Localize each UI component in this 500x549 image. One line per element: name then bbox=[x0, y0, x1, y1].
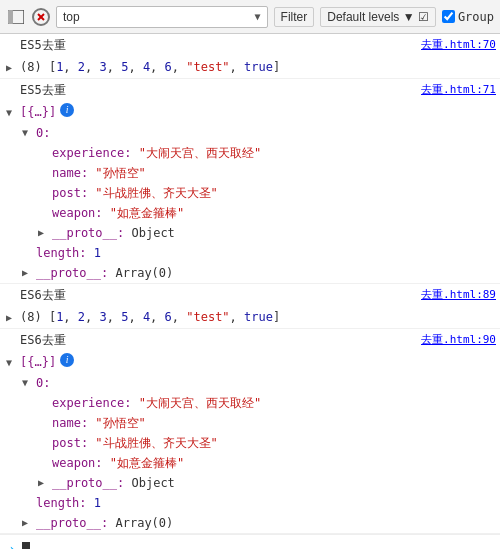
tree-key-4-length: length: bbox=[36, 494, 94, 512]
tree-arrow-4-0[interactable]: ▼ bbox=[22, 374, 28, 392]
console-content: ES5去重 去重.html:70 ▶ (8) [1, 2, 3, 5, 4, 6… bbox=[0, 34, 500, 549]
group-label: Group bbox=[458, 10, 494, 24]
log-source-1[interactable]: 去重.html:70 bbox=[411, 36, 496, 54]
tree-row-4-post[interactable]: post: "斗战胜佛、齐天大圣" bbox=[0, 433, 500, 453]
log-line-2-expanded[interactable]: ▼ [{…}] i bbox=[0, 101, 500, 123]
log-label-3: ES6去重 bbox=[20, 286, 66, 304]
prompt-line: › bbox=[0, 534, 500, 549]
levels-button[interactable]: Default levels ▼ ☑ bbox=[320, 7, 436, 27]
tree-val-4-length: 1 bbox=[94, 494, 101, 512]
tree-row-4-proto0[interactable]: ▶ __proto__: Object bbox=[0, 473, 500, 493]
tree-row-4-0[interactable]: ▼ 0: bbox=[0, 373, 500, 393]
tree-key-4-0: 0: bbox=[36, 374, 50, 392]
filter-button[interactable]: Filter bbox=[274, 7, 315, 27]
tree-row-2-post[interactable]: post: "斗战胜佛、齐天大圣" bbox=[0, 183, 500, 203]
tree-row-4-weapon[interactable]: weapon: "如意金箍棒" bbox=[0, 453, 500, 473]
expand-arrow-2[interactable]: ▼ bbox=[6, 104, 12, 122]
tree-row-2-proto1[interactable]: ▶ __proto__: Array(0) bbox=[0, 263, 500, 283]
tree-val-4-name: "孙悟空" bbox=[95, 414, 145, 432]
tree-val-2-exp: "大闹天宫、西天取经" bbox=[139, 144, 261, 162]
tree-val-4-proto1: Array(0) bbox=[115, 514, 173, 532]
array-preview-1: (8) [1, 2, 3, 5, 4, 6, "test", true] bbox=[20, 58, 280, 76]
filter-input-wrapper: ▼ bbox=[56, 6, 268, 28]
tree-key-4-proto0: __proto__: bbox=[52, 474, 131, 492]
tree-key-2-post: post: bbox=[52, 184, 95, 202]
panel-icon[interactable] bbox=[6, 7, 26, 27]
collapse-arrow-1[interactable]: ▶ bbox=[6, 59, 12, 77]
log-line-3-header[interactable]: ES6去重 去重.html:89 bbox=[0, 284, 500, 306]
tree-arrow-2-proto0[interactable]: ▶ bbox=[38, 224, 44, 242]
log-line-3-array[interactable]: ▶ (8) [1, 2, 3, 5, 4, 6, "test", true] bbox=[0, 306, 500, 328]
tree-row-2-proto0[interactable]: ▶ __proto__: Object bbox=[0, 223, 500, 243]
tree-row-4-proto1[interactable]: ▶ __proto__: Array(0) bbox=[0, 513, 500, 533]
tree-val-4-weapon: "如意金箍棒" bbox=[110, 454, 184, 472]
array-header-2: [{…}] bbox=[20, 103, 56, 121]
filter-dropdown-arrow[interactable]: ▼ bbox=[255, 11, 261, 22]
log-source-2[interactable]: 去重.html:71 bbox=[411, 81, 496, 99]
tree-row-4-name[interactable]: name: "孙悟空" bbox=[0, 413, 500, 433]
tree-arrow-2-0[interactable]: ▼ bbox=[22, 124, 28, 142]
group-checkbox-label[interactable]: Group bbox=[442, 10, 494, 24]
prompt-cursor[interactable] bbox=[22, 542, 30, 550]
log-label-1: ES5去重 bbox=[20, 36, 66, 54]
tree-row-2-length[interactable]: length: 1 bbox=[0, 243, 500, 263]
tree-key-2-name: name: bbox=[52, 164, 95, 182]
tree-key-2-proto1: __proto__: bbox=[36, 264, 115, 282]
tree-key-2-exp: experience: bbox=[52, 144, 139, 162]
tree-row-4-experience[interactable]: experience: "大闹天宫、西天取经" bbox=[0, 393, 500, 413]
log-entry-3: ES6去重 去重.html:89 ▶ (8) [1, 2, 3, 5, 4, 6… bbox=[0, 284, 500, 329]
tree-arrow-2-proto1[interactable]: ▶ bbox=[22, 264, 28, 282]
filter-input[interactable] bbox=[63, 10, 251, 24]
info-icon-4: i bbox=[60, 353, 74, 367]
tree-arrow-4-proto0[interactable]: ▶ bbox=[38, 474, 44, 492]
tree-val-2-post: "斗战胜佛、齐天大圣" bbox=[95, 184, 217, 202]
tree-key-4-weapon: weapon: bbox=[52, 454, 110, 472]
log-entry-1: ES5去重 去重.html:70 ▶ (8) [1, 2, 3, 5, 4, 6… bbox=[0, 34, 500, 79]
tree-row-4-length[interactable]: length: 1 bbox=[0, 493, 500, 513]
tree-key-2-proto0: __proto__: bbox=[52, 224, 131, 242]
log-line-4-header[interactable]: ES6去重 去重.html:90 bbox=[0, 329, 500, 351]
log-label-2: ES5去重 bbox=[20, 81, 66, 99]
log-line-1-array[interactable]: ▶ (8) [1, 2, 3, 5, 4, 6, "test", true] bbox=[0, 56, 500, 78]
tree-key-2-0: 0: bbox=[36, 124, 50, 142]
expand-arrow-4[interactable]: ▼ bbox=[6, 354, 12, 372]
tree-key-2-length: length: bbox=[36, 244, 94, 262]
tree-val-4-post: "斗战胜佛、齐天大圣" bbox=[95, 434, 217, 452]
tree-val-4-proto0: Object bbox=[131, 474, 174, 492]
prompt-arrow: › bbox=[8, 541, 16, 550]
tree-val-2-weapon: "如意金箍棒" bbox=[110, 204, 184, 222]
toolbar: ▼ Filter Default levels ▼ ☑ Group bbox=[0, 0, 500, 34]
group-checkbox[interactable] bbox=[442, 10, 455, 23]
tree-row-2-name[interactable]: name: "孙悟空" bbox=[0, 163, 500, 183]
tree-row-2-0[interactable]: ▼ 0: bbox=[0, 123, 500, 143]
log-source-3[interactable]: 去重.html:89 bbox=[411, 286, 496, 304]
tree-val-4-exp: "大闹天宫、西天取经" bbox=[139, 394, 261, 412]
tree-val-2-length: 1 bbox=[94, 244, 101, 262]
tree-val-2-name: "孙悟空" bbox=[95, 164, 145, 182]
tree-row-2-weapon[interactable]: weapon: "如意金箍棒" bbox=[0, 203, 500, 223]
log-source-4[interactable]: 去重.html:90 bbox=[411, 331, 496, 349]
log-entry-4: ES6去重 去重.html:90 ▼ [{…}] i ▼ 0: experien… bbox=[0, 329, 500, 534]
tree-arrow-4-proto1[interactable]: ▶ bbox=[22, 514, 28, 532]
tree-key-4-post: post: bbox=[52, 434, 95, 452]
tree-val-2-proto1: Array(0) bbox=[115, 264, 173, 282]
log-label-4: ES6去重 bbox=[20, 331, 66, 349]
log-entry-2: ES5去重 去重.html:71 ▼ [{…}] i ▼ 0: experien… bbox=[0, 79, 500, 284]
array-preview-3: (8) [1, 2, 3, 5, 4, 6, "test", true] bbox=[20, 308, 280, 326]
tree-row-2-experience[interactable]: experience: "大闹天宫、西天取经" bbox=[0, 143, 500, 163]
tree-key-4-proto1: __proto__: bbox=[36, 514, 115, 532]
collapse-arrow-3[interactable]: ▶ bbox=[6, 309, 12, 327]
tree-block-4: ▼ 0: experience: "大闹天宫、西天取经" name: "孙悟空"… bbox=[0, 373, 500, 533]
tree-key-4-name: name: bbox=[52, 414, 95, 432]
info-icon-2: i bbox=[60, 103, 74, 117]
tree-block-2: ▼ 0: experience: "大闹天宫、西天取经" name: "孙悟空"… bbox=[0, 123, 500, 283]
stop-icon[interactable] bbox=[32, 8, 50, 26]
tree-key-4-exp: experience: bbox=[52, 394, 139, 412]
tree-val-2-proto0: Object bbox=[131, 224, 174, 242]
svg-rect-1 bbox=[8, 10, 13, 24]
tree-key-2-weapon: weapon: bbox=[52, 204, 110, 222]
log-line-2-header[interactable]: ES5去重 去重.html:71 bbox=[0, 79, 500, 101]
array-header-4: [{…}] bbox=[20, 353, 56, 371]
log-line-4-expanded[interactable]: ▼ [{…}] i bbox=[0, 351, 500, 373]
log-line-1-header[interactable]: ES5去重 去重.html:70 bbox=[0, 34, 500, 56]
